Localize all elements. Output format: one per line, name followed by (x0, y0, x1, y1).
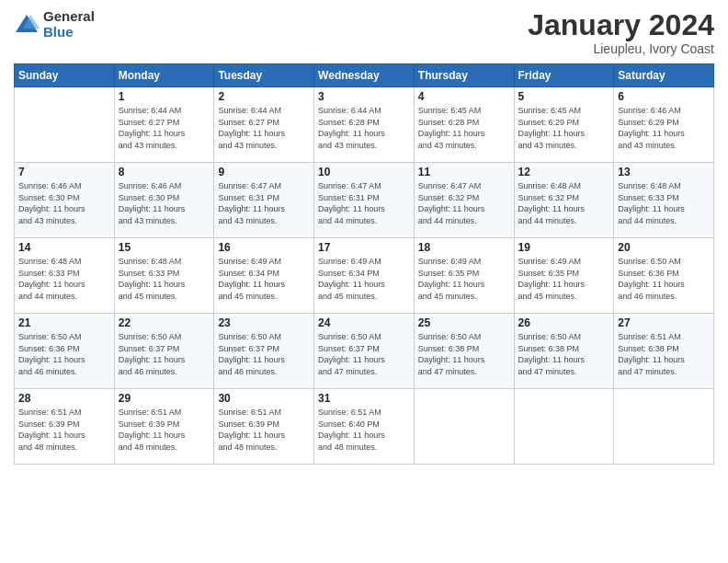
day-number: 7 (18, 166, 110, 178)
calendar-cell: 7Sunrise: 6:46 AM Sunset: 6:30 PM Daylig… (15, 163, 115, 238)
day-number: 24 (318, 316, 410, 329)
day-info: Sunrise: 6:47 AM Sunset: 6:32 PM Dayligh… (418, 180, 510, 226)
calendar-cell: 26Sunrise: 6:50 AM Sunset: 6:38 PM Dayli… (514, 314, 614, 389)
calendar-cell: 28Sunrise: 6:51 AM Sunset: 6:39 PM Dayli… (15, 389, 115, 465)
day-info: Sunrise: 6:49 AM Sunset: 6:34 PM Dayligh… (218, 256, 310, 302)
day-number: 2 (218, 90, 310, 103)
week-row-2: 7Sunrise: 6:46 AM Sunset: 6:30 PM Daylig… (15, 163, 714, 238)
title-block: January 2024 Lieupleu, Ivory Coast (528, 9, 714, 56)
calendar-cell (514, 389, 614, 465)
day-number: 20 (618, 241, 710, 254)
day-info: Sunrise: 6:49 AM Sunset: 6:35 PM Dayligh… (418, 256, 510, 302)
day-info: Sunrise: 6:50 AM Sunset: 6:37 PM Dayligh… (119, 331, 210, 377)
day-number: 25 (418, 316, 510, 329)
logo-icon (14, 12, 40, 38)
calendar-cell: 1Sunrise: 6:44 AM Sunset: 6:27 PM Daylig… (114, 87, 214, 163)
day-number: 15 (119, 241, 210, 254)
day-number: 6 (618, 90, 710, 103)
day-number: 5 (518, 90, 610, 103)
day-info: Sunrise: 6:45 AM Sunset: 6:29 PM Dayligh… (518, 105, 610, 151)
day-number: 29 (119, 392, 210, 405)
calendar-cell: 20Sunrise: 6:50 AM Sunset: 6:36 PM Dayli… (614, 238, 714, 314)
day-info: Sunrise: 6:50 AM Sunset: 6:37 PM Dayligh… (318, 331, 410, 377)
day-info: Sunrise: 6:44 AM Sunset: 6:27 PM Dayligh… (218, 105, 310, 151)
day-info: Sunrise: 6:50 AM Sunset: 6:37 PM Dayligh… (218, 331, 310, 377)
week-row-3: 14Sunrise: 6:48 AM Sunset: 6:33 PM Dayli… (15, 238, 714, 314)
calendar-cell: 16Sunrise: 6:49 AM Sunset: 6:34 PM Dayli… (214, 238, 314, 314)
day-info: Sunrise: 6:49 AM Sunset: 6:34 PM Dayligh… (318, 256, 410, 302)
day-info: Sunrise: 6:51 AM Sunset: 6:40 PM Dayligh… (318, 407, 410, 453)
day-number: 11 (418, 166, 510, 178)
week-row-1: 1Sunrise: 6:44 AM Sunset: 6:27 PM Daylig… (15, 87, 714, 163)
day-info: Sunrise: 6:46 AM Sunset: 6:29 PM Dayligh… (618, 105, 710, 151)
logo-blue-label: Blue (43, 25, 95, 40)
day-info: Sunrise: 6:50 AM Sunset: 6:36 PM Dayligh… (18, 331, 110, 377)
day-number: 9 (218, 166, 310, 178)
day-info: Sunrise: 6:48 AM Sunset: 6:33 PM Dayligh… (119, 256, 210, 302)
calendar-cell: 25Sunrise: 6:50 AM Sunset: 6:38 PM Dayli… (414, 314, 514, 389)
calendar-cell: 17Sunrise: 6:49 AM Sunset: 6:34 PM Dayli… (314, 238, 415, 314)
day-info: Sunrise: 6:50 AM Sunset: 6:38 PM Dayligh… (418, 331, 510, 377)
day-info: Sunrise: 6:51 AM Sunset: 6:39 PM Dayligh… (119, 407, 210, 453)
month-title: January 2024 (528, 9, 714, 41)
day-number: 4 (418, 90, 510, 103)
calendar-cell: 3Sunrise: 6:44 AM Sunset: 6:28 PM Daylig… (314, 87, 415, 163)
logo: General Blue (14, 9, 95, 40)
day-number: 13 (618, 166, 710, 178)
calendar-cell: 30Sunrise: 6:51 AM Sunset: 6:39 PM Dayli… (214, 389, 314, 465)
day-number: 23 (218, 316, 310, 329)
day-info: Sunrise: 6:47 AM Sunset: 6:31 PM Dayligh… (218, 180, 310, 226)
calendar-cell: 15Sunrise: 6:48 AM Sunset: 6:33 PM Dayli… (114, 238, 214, 314)
calendar-cell: 4Sunrise: 6:45 AM Sunset: 6:28 PM Daylig… (414, 87, 514, 163)
calendar-cell: 13Sunrise: 6:48 AM Sunset: 6:33 PM Dayli… (614, 163, 714, 238)
header: General Blue January 2024 Lieupleu, Ivor… (14, 9, 714, 56)
calendar-cell: 22Sunrise: 6:50 AM Sunset: 6:37 PM Dayli… (114, 314, 214, 389)
day-info: Sunrise: 6:51 AM Sunset: 6:39 PM Dayligh… (218, 407, 310, 453)
day-info: Sunrise: 6:46 AM Sunset: 6:30 PM Dayligh… (119, 180, 210, 226)
calendar-cell (15, 87, 115, 163)
calendar-cell (414, 389, 514, 465)
day-number: 27 (618, 316, 710, 329)
calendar-cell: 14Sunrise: 6:48 AM Sunset: 6:33 PM Dayli… (15, 238, 115, 314)
logo-text: General Blue (43, 9, 95, 40)
day-info: Sunrise: 6:48 AM Sunset: 6:33 PM Dayligh… (18, 256, 110, 302)
calendar-table: SundayMondayTuesdayWednesdayThursdayFrid… (14, 63, 714, 465)
calendar-cell: 11Sunrise: 6:47 AM Sunset: 6:32 PM Dayli… (414, 163, 514, 238)
day-info: Sunrise: 6:47 AM Sunset: 6:31 PM Dayligh… (318, 180, 410, 226)
calendar-cell: 31Sunrise: 6:51 AM Sunset: 6:40 PM Dayli… (314, 389, 415, 465)
calendar-cell (614, 389, 714, 465)
day-info: Sunrise: 6:48 AM Sunset: 6:33 PM Dayligh… (618, 180, 710, 226)
day-info: Sunrise: 6:49 AM Sunset: 6:35 PM Dayligh… (518, 256, 610, 302)
day-number: 28 (18, 392, 110, 405)
day-number: 1 (119, 90, 210, 103)
day-header-thursday: Thursday (414, 64, 514, 87)
day-header-monday: Monday (114, 64, 214, 87)
day-info: Sunrise: 6:50 AM Sunset: 6:36 PM Dayligh… (618, 256, 710, 302)
page: General Blue January 2024 Lieupleu, Ivor… (0, 0, 728, 563)
calendar-cell: 21Sunrise: 6:50 AM Sunset: 6:36 PM Dayli… (15, 314, 115, 389)
day-header-tuesday: Tuesday (214, 64, 314, 87)
calendar-cell: 2Sunrise: 6:44 AM Sunset: 6:27 PM Daylig… (214, 87, 314, 163)
day-number: 21 (18, 316, 110, 329)
calendar-cell: 23Sunrise: 6:50 AM Sunset: 6:37 PM Dayli… (214, 314, 314, 389)
day-info: Sunrise: 6:50 AM Sunset: 6:38 PM Dayligh… (518, 331, 610, 377)
calendar-cell: 12Sunrise: 6:48 AM Sunset: 6:32 PM Dayli… (514, 163, 614, 238)
day-number: 17 (318, 241, 410, 254)
location-subtitle: Lieupleu, Ivory Coast (528, 41, 714, 56)
calendar-cell: 24Sunrise: 6:50 AM Sunset: 6:37 PM Dayli… (314, 314, 415, 389)
week-row-4: 21Sunrise: 6:50 AM Sunset: 6:36 PM Dayli… (15, 314, 714, 389)
day-header-wednesday: Wednesday (314, 64, 415, 87)
calendar-header-row: SundayMondayTuesdayWednesdayThursdayFrid… (15, 64, 714, 87)
day-number: 8 (119, 166, 210, 178)
day-info: Sunrise: 6:48 AM Sunset: 6:32 PM Dayligh… (518, 180, 610, 226)
day-number: 26 (518, 316, 610, 329)
day-info: Sunrise: 6:46 AM Sunset: 6:30 PM Dayligh… (18, 180, 110, 226)
day-header-friday: Friday (514, 64, 614, 87)
calendar-cell: 29Sunrise: 6:51 AM Sunset: 6:39 PM Dayli… (114, 389, 214, 465)
logo-general-label: General (43, 9, 95, 25)
day-number: 19 (518, 241, 610, 254)
day-number: 22 (119, 316, 210, 329)
calendar-cell: 5Sunrise: 6:45 AM Sunset: 6:29 PM Daylig… (514, 87, 614, 163)
day-number: 31 (318, 392, 410, 405)
calendar-cell: 18Sunrise: 6:49 AM Sunset: 6:35 PM Dayli… (414, 238, 514, 314)
